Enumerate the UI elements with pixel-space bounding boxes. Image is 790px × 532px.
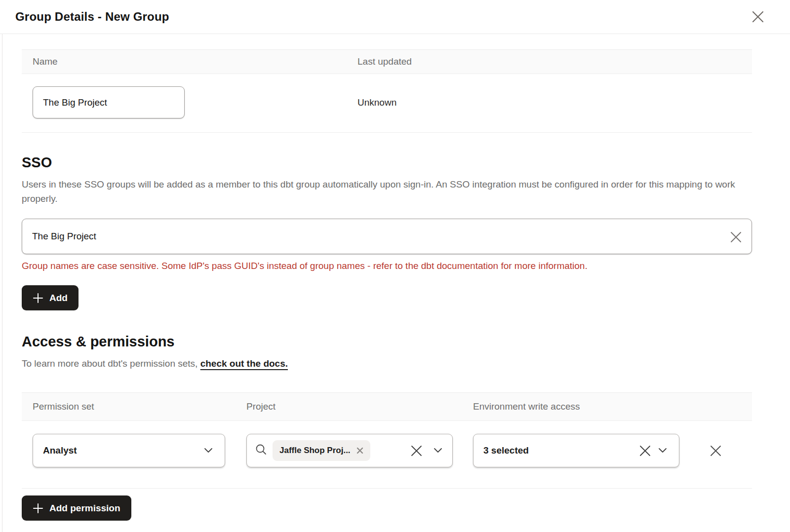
group-info-table: Name Last updated Unknown — [22, 49, 752, 133]
project-chip-label: Jaffle Shop Proj... — [279, 446, 351, 456]
docs-link[interactable]: check out the docs. — [200, 358, 288, 369]
column-header-permission-set: Permission set — [33, 401, 246, 412]
sso-group-input[interactable] — [22, 219, 752, 254]
clear-x-glyph — [729, 230, 743, 244]
page-title: Group Details - New Group — [15, 10, 169, 24]
add-permission-label: Add permission — [49, 503, 120, 514]
column-header-environment-write-access: Environment write access — [473, 401, 752, 412]
plus-icon — [33, 293, 43, 304]
modal-header: Group Details - New Group — [0, 0, 790, 34]
close-icon[interactable] — [750, 8, 766, 25]
permission-set-value: Analyst — [43, 445, 77, 456]
project-multiselect[interactable]: Jaffle Shop Proj... — [246, 434, 453, 467]
permission-row: Analyst — [22, 421, 752, 489]
access-permissions-heading: Access & permissions — [22, 334, 752, 350]
permissions-table: Permission set Project Environment write… — [22, 392, 752, 489]
add-permission-button[interactable]: Add permission — [22, 495, 131, 521]
permissions-table-header: Permission set Project Environment write… — [22, 392, 752, 421]
sso-group-clear-icon[interactable] — [728, 229, 743, 244]
sso-section: SSO Users in these SSO groups will be ad… — [22, 154, 752, 310]
add-sso-group-button[interactable]: Add — [22, 285, 79, 310]
sso-description: Users in these SSO groups will be added … — [22, 177, 752, 206]
add-sso-group-label: Add — [49, 293, 68, 304]
group-info-table-header: Name Last updated — [22, 49, 752, 74]
access-permissions-description: To learn more about dbt's permission set… — [22, 356, 752, 371]
environment-clear-icon[interactable] — [637, 443, 652, 458]
project-chip-remove-icon[interactable] — [356, 447, 363, 454]
chevron-down-icon — [656, 444, 669, 457]
column-header-last-updated: Last updated — [357, 56, 752, 67]
delete-permission-row-icon[interactable] — [707, 442, 724, 459]
sso-helper-error-text: Group names are case sensitive. Some IdP… — [22, 261, 752, 271]
panel-left-edge — [2, 0, 2, 532]
chevron-down-icon — [202, 444, 215, 457]
search-icon — [255, 443, 268, 458]
column-header-name: Name — [33, 56, 357, 67]
chevron-down-icon — [432, 444, 444, 457]
modal-body: Name Last updated Unknown SSO Users in t… — [22, 49, 752, 521]
plus-icon — [33, 503, 43, 514]
group-info-row: Unknown — [22, 74, 752, 133]
last-updated-value: Unknown — [357, 97, 752, 108]
group-name-input[interactable] — [33, 86, 185, 118]
close-x-glyph — [751, 10, 765, 24]
project-chip: Jaffle Shop Proj... — [273, 440, 370, 461]
sso-group-field — [22, 219, 752, 254]
sso-heading: SSO — [22, 154, 752, 171]
column-header-project: Project — [246, 401, 473, 412]
environment-selected-count: 3 selected — [483, 445, 529, 456]
access-permissions-section: Access & permissions To learn more about… — [22, 334, 752, 521]
environment-write-access-select[interactable]: 3 selected — [473, 434, 679, 467]
permissions-desc-text: To learn more about dbt's permission set… — [22, 358, 200, 369]
project-clear-icon[interactable] — [409, 443, 424, 458]
permission-set-select[interactable]: Analyst — [33, 434, 225, 467]
